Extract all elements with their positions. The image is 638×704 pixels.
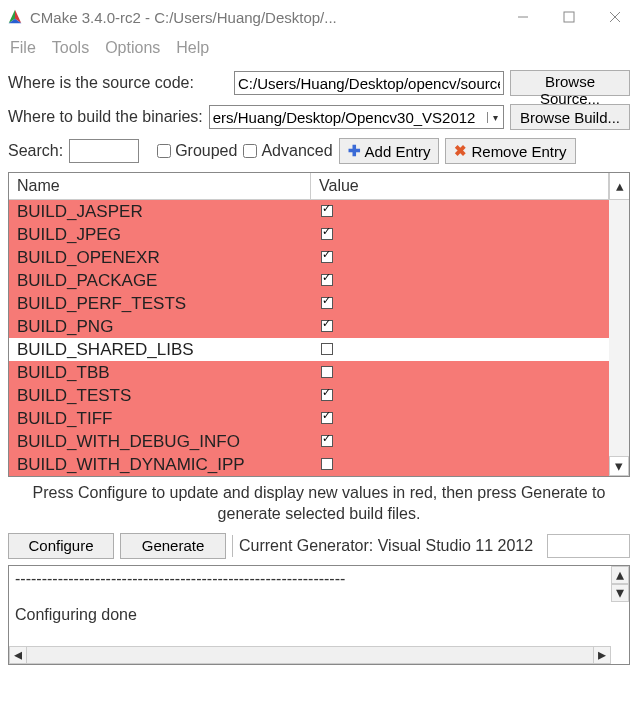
hint-text: Press Configure to update and display ne… bbox=[12, 483, 626, 525]
current-generator-label: Current Generator: Visual Studio 11 2012 bbox=[232, 535, 539, 557]
cache-var-value bbox=[311, 249, 629, 266]
advanced-checkbox[interactable] bbox=[243, 144, 257, 158]
cache-var-name: BUILD_JASPER bbox=[9, 202, 311, 222]
table-row[interactable]: BUILD_PACKAGE bbox=[9, 269, 629, 292]
output-text[interactable]: ----------------------------------------… bbox=[9, 566, 629, 628]
table-row[interactable]: BUILD_OPENEXR bbox=[9, 246, 629, 269]
cache-var-name: BUILD_PERF_TESTS bbox=[9, 294, 311, 314]
cache-var-name: BUILD_TIFF bbox=[9, 409, 311, 429]
table-row[interactable]: BUILD_WITH_DEBUG_INFO bbox=[9, 430, 629, 453]
cache-var-value bbox=[311, 318, 629, 335]
output-panel: ----------------------------------------… bbox=[8, 565, 630, 665]
build-label: Where to build the binaries: bbox=[8, 108, 203, 126]
cache-var-checkbox[interactable] bbox=[321, 412, 333, 424]
cache-var-checkbox[interactable] bbox=[321, 435, 333, 447]
app-logo-icon bbox=[6, 8, 24, 26]
table-row[interactable]: BUILD_TESTS bbox=[9, 384, 629, 407]
table-row[interactable]: BUILD_PNG bbox=[9, 315, 629, 338]
cache-var-value bbox=[311, 272, 629, 289]
cache-var-value bbox=[311, 341, 629, 358]
menu-tools[interactable]: Tools bbox=[46, 37, 95, 59]
close-button[interactable] bbox=[592, 2, 638, 32]
remove-icon: ✖ bbox=[454, 142, 467, 160]
generator-box bbox=[547, 534, 630, 558]
svg-rect-4 bbox=[564, 12, 574, 22]
table-row[interactable]: BUILD_WITH_DYNAMIC_IPP bbox=[9, 453, 629, 476]
grouped-label: Grouped bbox=[175, 142, 237, 160]
maximize-button[interactable] bbox=[546, 2, 592, 32]
cache-var-checkbox[interactable] bbox=[321, 458, 333, 470]
search-input[interactable] bbox=[69, 139, 139, 163]
cache-var-value bbox=[311, 410, 629, 427]
cache-var-checkbox[interactable] bbox=[321, 320, 333, 332]
cache-var-name: BUILD_PNG bbox=[9, 317, 311, 337]
cache-var-name: BUILD_WITH_DEBUG_INFO bbox=[9, 432, 311, 452]
cache-var-checkbox[interactable] bbox=[321, 389, 333, 401]
cache-var-checkbox[interactable] bbox=[321, 228, 333, 240]
cache-var-value bbox=[311, 295, 629, 312]
cache-var-value bbox=[311, 387, 629, 404]
cache-var-value bbox=[311, 433, 629, 450]
cache-var-checkbox[interactable] bbox=[321, 366, 333, 378]
browse-build-button[interactable]: Browse Build... bbox=[510, 104, 630, 130]
cache-var-value bbox=[311, 456, 629, 473]
table-row[interactable]: BUILD_JPEG bbox=[9, 223, 629, 246]
table-row[interactable]: BUILD_TIFF bbox=[9, 407, 629, 430]
column-header-value[interactable]: Value bbox=[311, 173, 609, 199]
table-row[interactable]: BUILD_JASPER bbox=[9, 200, 629, 223]
cache-var-value bbox=[311, 226, 629, 243]
menu-help[interactable]: Help bbox=[170, 37, 215, 59]
cache-var-name: BUILD_TESTS bbox=[9, 386, 311, 406]
cache-var-checkbox[interactable] bbox=[321, 251, 333, 263]
grouped-checkbox[interactable] bbox=[157, 144, 171, 158]
menu-file[interactable]: File bbox=[4, 37, 42, 59]
window-title: CMake 3.4.0-rc2 - C:/Users/Huang/Desktop… bbox=[30, 9, 500, 26]
scrollbar-track[interactable] bbox=[609, 200, 629, 456]
cache-var-name: BUILD_TBB bbox=[9, 363, 311, 383]
table-row[interactable]: BUILD_PERF_TESTS bbox=[9, 292, 629, 315]
plus-icon: ✚ bbox=[348, 142, 361, 160]
build-dropdown-icon[interactable]: ▾ bbox=[487, 112, 503, 123]
menu-options[interactable]: Options bbox=[99, 37, 166, 59]
column-header-name[interactable]: Name bbox=[9, 173, 311, 199]
advanced-label: Advanced bbox=[261, 142, 332, 160]
configure-button[interactable]: Configure bbox=[8, 533, 114, 559]
cache-var-checkbox[interactable] bbox=[321, 274, 333, 286]
titlebar: CMake 3.4.0-rc2 - C:/Users/Huang/Desktop… bbox=[0, 0, 638, 34]
table-row[interactable]: BUILD_TBB bbox=[9, 361, 629, 384]
output-scroll-down-icon[interactable]: ▾ bbox=[611, 584, 629, 602]
cache-var-name: BUILD_SHARED_LIBS bbox=[9, 340, 311, 360]
scroll-up-icon[interactable]: ▴ bbox=[609, 173, 629, 199]
table-row[interactable]: BUILD_SHARED_LIBS bbox=[9, 338, 629, 361]
minimize-button[interactable] bbox=[500, 2, 546, 32]
output-hscroll-track[interactable] bbox=[27, 646, 593, 664]
output-scroll-right-icon[interactable]: ▸ bbox=[593, 646, 611, 664]
build-input[interactable] bbox=[210, 106, 487, 128]
scroll-down-icon[interactable]: ▾ bbox=[609, 456, 629, 476]
browse-source-button[interactable]: Browse Source... bbox=[510, 70, 630, 96]
cache-var-value bbox=[311, 364, 629, 381]
add-entry-button[interactable]: ✚ Add Entry bbox=[339, 138, 440, 164]
cache-table: Name Value ▴ BUILD_JASPERBUILD_JPEGBUILD… bbox=[8, 172, 630, 477]
cache-var-checkbox[interactable] bbox=[321, 297, 333, 309]
cache-var-checkbox[interactable] bbox=[321, 205, 333, 217]
source-input[interactable] bbox=[234, 71, 504, 95]
cache-var-name: BUILD_WITH_DYNAMIC_IPP bbox=[9, 455, 311, 475]
cache-var-name: BUILD_OPENEXR bbox=[9, 248, 311, 268]
output-scroll-left-icon[interactable]: ◂ bbox=[9, 646, 27, 664]
source-label: Where is the source code: bbox=[8, 74, 228, 92]
cache-var-name: BUILD_JPEG bbox=[9, 225, 311, 245]
cache-var-value bbox=[311, 203, 629, 220]
menubar: File Tools Options Help bbox=[0, 34, 638, 62]
cache-var-checkbox[interactable] bbox=[321, 343, 333, 355]
cache-var-name: BUILD_PACKAGE bbox=[9, 271, 311, 291]
remove-entry-button[interactable]: ✖ Remove Entry bbox=[445, 138, 575, 164]
search-label: Search: bbox=[8, 142, 63, 160]
generate-button[interactable]: Generate bbox=[120, 533, 226, 559]
output-scroll-up-icon[interactable]: ▴ bbox=[611, 566, 629, 584]
